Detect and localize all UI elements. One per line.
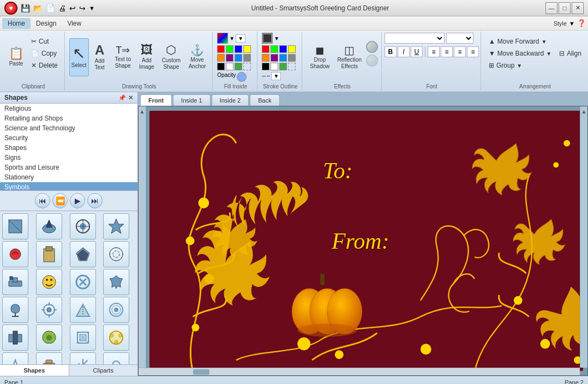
shape-cell-5[interactable]: [2, 241, 28, 267]
list-item-shapes[interactable]: Shapes: [0, 143, 137, 153]
shape-cell-2[interactable]: [36, 213, 62, 239]
shape-cell-19[interactable]: [70, 325, 96, 351]
shape-cell-3[interactable]: [70, 213, 96, 239]
tab-cliparts[interactable]: Cliparts: [69, 365, 138, 376]
stroke-swatch-10[interactable]: [271, 63, 278, 70]
effect-circle-2[interactable]: [366, 55, 378, 67]
shape-cell-6[interactable]: [36, 241, 62, 267]
close-button[interactable]: ✕: [572, 2, 584, 14]
maximize-button[interactable]: □: [559, 2, 571, 14]
shapes-category-list[interactable]: Religious Retailing and Shops Science an…: [0, 104, 137, 191]
justify-button[interactable]: ≡: [467, 46, 479, 57]
quickaccess-undo-icon[interactable]: ↩: [69, 4, 76, 13]
stroke-swatch-2[interactable]: [271, 45, 278, 53]
quickaccess-icon[interactable]: 💾: [21, 4, 30, 13]
menu-design[interactable]: Design: [31, 18, 62, 29]
shape-cell-22[interactable]: [36, 352, 62, 364]
nav-play-button[interactable]: ▶: [70, 193, 85, 208]
tab-back[interactable]: Back: [250, 94, 279, 106]
shape-cell-15[interactable]: [70, 297, 96, 323]
panel-close-button[interactable]: ✕: [128, 94, 133, 101]
quickaccess-dropdown-icon[interactable]: ▼: [89, 5, 95, 11]
fill-swatch-7[interactable]: [235, 54, 242, 62]
help-icon[interactable]: ❓: [577, 19, 586, 27]
shape-cell-14[interactable]: [36, 297, 62, 323]
panel-pin-button[interactable]: 📌: [118, 94, 126, 101]
stroke-swatch-5[interactable]: [262, 54, 269, 62]
stroke-swatch-1[interactable]: [262, 45, 269, 53]
nav-prev-button[interactable]: ⏪: [52, 193, 68, 208]
move-anchor-button[interactable]: ⚓ Move Anchor: [185, 38, 209, 76]
align-button[interactable]: ⊟ Align: [556, 48, 585, 59]
list-item-symbols[interactable]: Symbols: [0, 182, 137, 191]
shape-cell-12[interactable]: [103, 269, 129, 295]
underline-button[interactable]: U: [411, 46, 423, 57]
stroke-end-dropdown[interactable]: ▼: [271, 72, 281, 80]
fill-swatch-10[interactable]: [226, 63, 233, 70]
nav-last-button[interactable]: ⏭: [87, 193, 103, 208]
quickaccess-print-icon[interactable]: 🖨: [58, 4, 66, 13]
shape-cell-1[interactable]: [2, 213, 28, 239]
stroke-swatch-9[interactable]: [262, 63, 269, 70]
align-left-button[interactable]: ≡: [428, 46, 440, 57]
stroke-swatch-11[interactable]: [279, 63, 287, 70]
shape-cell-17[interactable]: [2, 325, 28, 351]
shape-cell-20[interactable]: [103, 325, 129, 351]
add-text-button[interactable]: A Add Text: [90, 38, 110, 76]
shape-cell-16[interactable]: [103, 297, 129, 323]
shape-cell-11[interactable]: [70, 269, 96, 295]
group-button[interactable]: ⊞ Group ▼: [485, 60, 555, 71]
tab-front[interactable]: Front: [140, 94, 172, 106]
move-backward-button[interactable]: ▼ Move Backward ▼: [485, 48, 555, 59]
canvas-hscrollbar[interactable]: [139, 368, 580, 375]
font-size-select[interactable]: [446, 33, 473, 44]
fill-swatch-9[interactable]: [217, 63, 225, 70]
fill-swatch-12[interactable]: [243, 63, 251, 70]
list-item-security[interactable]: Security: [0, 133, 137, 143]
stroke-color-box[interactable]: [262, 33, 273, 44]
nav-first-button[interactable]: ⏮: [35, 193, 50, 208]
shape-cell-10[interactable]: [36, 269, 62, 295]
shape-cell-4[interactable]: [103, 213, 129, 239]
align-right-button[interactable]: ≡: [454, 46, 466, 57]
shape-cell-18[interactable]: [36, 325, 62, 351]
italic-button[interactable]: I: [398, 46, 410, 57]
style-dropdown-icon[interactable]: ▼: [569, 20, 575, 27]
move-backward-dropdown[interactable]: ▼: [546, 51, 551, 57]
stroke-dropdown-icon[interactable]: ▼: [274, 35, 279, 41]
fill-type-dropdown[interactable]: ▼: [236, 34, 245, 43]
stroke-swatch-8[interactable]: [288, 54, 296, 62]
quickaccess-redo-icon[interactable]: ↪: [79, 4, 86, 13]
copy-button[interactable]: 📄 Copy: [28, 48, 61, 59]
stroke-swatch-12[interactable]: [288, 63, 296, 70]
delete-button[interactable]: ✕ Delete: [28, 60, 61, 71]
list-item-science[interactable]: Science and Technology: [0, 123, 137, 133]
fill-dropdown-icon[interactable]: ▼: [229, 35, 235, 41]
tab-inside1[interactable]: Inside 1: [173, 94, 211, 106]
shape-cell-24[interactable]: [103, 352, 129, 364]
fill-swatch-4[interactable]: [243, 45, 251, 53]
fill-swatch-1[interactable]: [217, 45, 225, 53]
stroke-swatch-3[interactable]: [279, 45, 287, 53]
canvas-viewport[interactable]: ▲: [138, 106, 588, 376]
fill-swatch-5[interactable]: [217, 54, 225, 62]
tab-inside2[interactable]: Inside 2: [212, 94, 249, 106]
shape-cell-21[interactable]: [2, 352, 28, 364]
quickaccess-open-icon[interactable]: 📂: [33, 4, 43, 13]
fill-swatch-2[interactable]: [226, 45, 233, 53]
stroke-swatch-7[interactable]: [279, 54, 287, 62]
fill-swatch-11[interactable]: [235, 63, 242, 70]
shape-cell-9[interactable]: [2, 269, 28, 295]
list-item-signs[interactable]: Signs: [0, 153, 137, 163]
fill-swatch-8[interactable]: [243, 54, 251, 62]
shape-cell-23[interactable]: [70, 352, 96, 364]
shape-cell-13[interactable]: [2, 297, 28, 323]
list-item-stationery[interactable]: Stationery: [0, 172, 137, 182]
shape-cell-7[interactable]: [70, 241, 96, 267]
stroke-swatch-6[interactable]: [271, 54, 278, 62]
minimize-button[interactable]: —: [545, 2, 557, 14]
effect-circle-1[interactable]: [366, 41, 378, 53]
custom-shape-button[interactable]: ⬡ Custom Shape: [158, 38, 184, 76]
move-forward-dropdown[interactable]: ▼: [542, 39, 547, 45]
add-image-button[interactable]: 🖼 Add Image: [136, 38, 157, 76]
